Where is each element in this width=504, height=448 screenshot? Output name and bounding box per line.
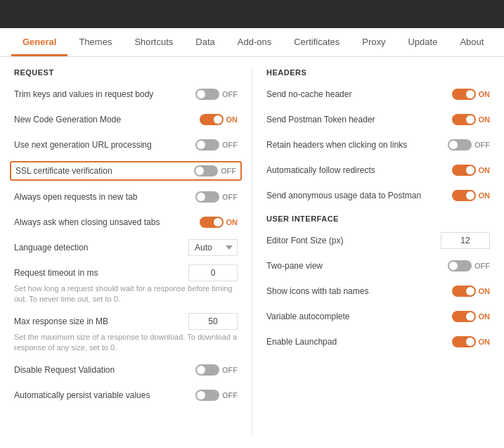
label-disable-validation: Disable Request Validation — [14, 365, 195, 375]
label-lang-detect: Language detection — [14, 243, 188, 252]
setting-request-timeout: Request timeout in msSet how long a requ… — [14, 264, 238, 305]
setting-trim-keys: Trim keys and values in request bodyOFF — [14, 85, 238, 103]
tab-proxy[interactable]: Proxy — [351, 28, 396, 56]
label-show-icons: Show icons with tab names — [266, 286, 448, 296]
setting-open-new-tab: Always open requests in new tabOFF — [14, 188, 238, 206]
content-area: REQUESTTrim keys and values in request b… — [0, 57, 504, 446]
setting-new-code-gen: New Code Generation ModeON — [14, 110, 238, 129]
input-max-response[interactable] — [188, 313, 238, 330]
right-column: HEADERSSend no-cache headerONSend Postma… — [252, 68, 504, 435]
label-auto-persist: Automatically persist variable values — [14, 390, 195, 400]
label-postman-token: Send Postman Token header — [266, 115, 448, 124]
setting-variable-autocomplete: Variable autocompleteON — [266, 307, 490, 326]
label-next-gen-url: Use next generation URL processing — [14, 140, 195, 150]
setting-disable-validation: Disable Request ValidationOFF — [14, 361, 238, 379]
setting-anonymous-usage: Send anonymous usage data to PostmanON — [266, 186, 490, 205]
tab-update[interactable]: Update — [396, 28, 448, 56]
label-trim-keys: Trim keys and values in request body — [14, 89, 195, 99]
select-lang-detect[interactable]: Auto — [188, 239, 238, 256]
label-editor-font-size: Editor Font Size (px) — [266, 236, 441, 245]
setting-retain-headers: Retain headers when clicking on linksOFF — [266, 136, 490, 154]
sublabel-request-timeout: Set how long a request should wait for a… — [14, 283, 238, 305]
label-enable-launchpad: Enable Launchpad — [266, 337, 448, 347]
label-anonymous-usage: Send anonymous usage data to Postman — [266, 191, 448, 200]
label-new-code-gen: New Code Generation Mode — [14, 115, 195, 124]
headers-section-title: HEADERS — [266, 68, 490, 77]
label-follow-redirects: Automatically follow redirects — [266, 165, 448, 175]
tab-about[interactable]: About — [448, 28, 495, 56]
label-request-timeout: Request timeout in ms — [14, 268, 188, 278]
tab-shortcuts[interactable]: Shortcuts — [123, 28, 184, 56]
setting-next-gen-url: Use next generation URL processingOFF — [14, 136, 238, 154]
left-column: REQUESTTrim keys and values in request b… — [0, 68, 252, 435]
title-bar — [0, 0, 504, 28]
ui-section-title: USER INTERFACE — [266, 215, 490, 223]
label-open-new-tab: Always open requests in new tab — [14, 192, 195, 202]
sublabel-max-response: Set the maximum size of a response to do… — [14, 332, 238, 354]
setting-postman-token: Send Postman Token headerON — [266, 110, 490, 129]
tab-data[interactable]: Data — [184, 28, 226, 56]
setting-auto-persist: Automatically persist variable valuesOFF — [14, 386, 238, 404]
setting-follow-redirects: Automatically follow redirectsON — [266, 161, 490, 179]
setting-close-unsaved: Always ask when closing unsaved tabsON — [14, 213, 238, 231]
setting-max-response: Max response size in MBSet the maximum s… — [14, 312, 238, 354]
tab-general[interactable]: General — [11, 28, 67, 56]
setting-ssl-cert: SSL certificate verificationOFF — [10, 161, 242, 181]
request-section-title: REQUEST — [14, 68, 238, 77]
tab-certificates[interactable]: Certificates — [283, 28, 351, 56]
label-no-cache: Send no-cache header — [266, 89, 448, 99]
label-max-response: Max response size in MB — [14, 316, 188, 326]
setting-lang-detect: Language detectionAuto — [14, 238, 238, 257]
tab-addons[interactable]: Add-ons — [226, 28, 283, 56]
setting-two-pane: Two-pane viewOFF — [266, 257, 490, 275]
setting-no-cache: Send no-cache headerON — [266, 85, 490, 103]
label-ssl-cert: SSL certificate verification — [15, 166, 194, 176]
input-request-timeout[interactable] — [188, 264, 238, 281]
label-close-unsaved: Always ask when closing unsaved tabs — [14, 217, 195, 227]
input-editor-font-size[interactable] — [441, 232, 490, 249]
setting-editor-font-size: Editor Font Size (px) — [266, 231, 490, 250]
setting-enable-launchpad: Enable LaunchpadON — [266, 333, 490, 351]
tab-themes[interactable]: Themes — [67, 28, 123, 56]
setting-show-icons: Show icons with tab namesON — [266, 282, 490, 300]
label-two-pane: Two-pane view — [266, 261, 448, 271]
label-variable-autocomplete: Variable autocomplete — [266, 312, 448, 321]
label-retain-headers: Retain headers when clicking on links — [266, 140, 448, 150]
tabs-bar: GeneralThemesShortcutsDataAdd-onsCertifi… — [0, 28, 504, 57]
